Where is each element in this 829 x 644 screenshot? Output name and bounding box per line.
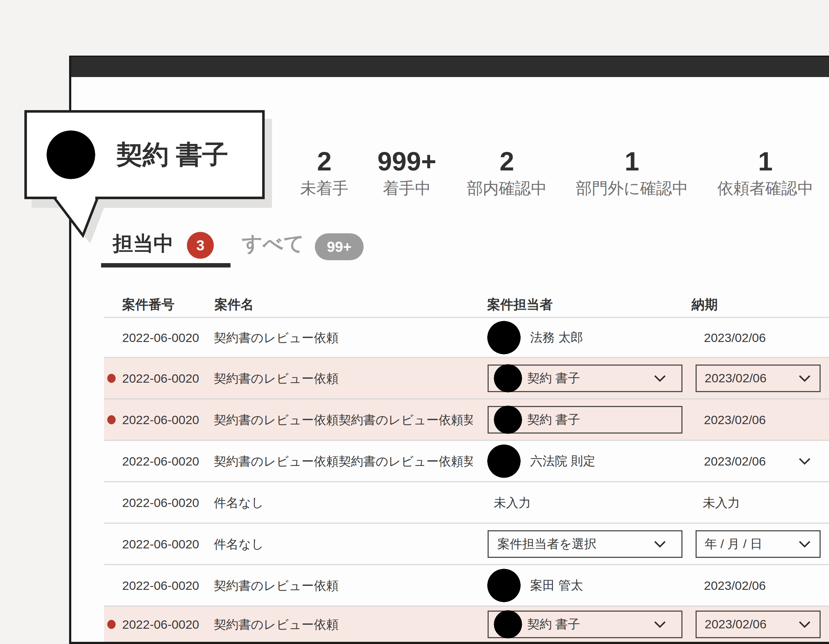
avatar <box>494 406 522 434</box>
table-row[interactable]: 2022-06-0020 契約書のレビュー依頼 法務 太郎 2023/02/06 <box>104 317 829 357</box>
table-row[interactable]: 2022-06-0020 契約書のレビュー依頼契約書のレビュー依頼契… 六法院 … <box>104 440 829 481</box>
due-date: 2023/02/06 <box>704 330 766 345</box>
avatar <box>494 364 522 392</box>
stat-label: 着手中 <box>377 180 436 196</box>
column-header-name: 案件名 <box>214 296 254 313</box>
due-date-select[interactable]: 2023/02/06 <box>695 611 821 638</box>
chevron-down-icon <box>799 540 811 548</box>
due-date-select[interactable]: 年 / 月 / 日 <box>695 530 821 558</box>
assignee-name: 契約 書子 <box>527 411 681 428</box>
case-number: 2022-06-0020 <box>122 330 199 345</box>
due-date: 2023/02/06 <box>704 453 766 468</box>
column-header-number: 案件番号 <box>122 296 175 313</box>
stat-value: 1 <box>575 148 688 175</box>
screenshot-canvas: 2 未着手 999+ 着手中 2 部内確認中 1 部門外に確認中 1 依頼者確認… <box>0 0 829 644</box>
assignee-select[interactable]: 契約 書子 <box>488 365 682 392</box>
assignee-name: 契約 書子 <box>527 370 654 387</box>
case-number: 2022-06-0020 <box>122 578 199 593</box>
table-row[interactable]: 2022-06-0020 件名なし 未入力 未入力 <box>104 481 829 523</box>
due-date: 2023/02/06 <box>704 617 799 631</box>
tab-assigned-count-badge: 3 <box>187 232 214 259</box>
case-name: 契約書のレビュー依頼 <box>214 330 339 345</box>
case-number: 2022-06-0020 <box>122 412 199 427</box>
assignee-name: 契約 書子 <box>527 616 654 633</box>
unread-dot-icon <box>107 620 116 629</box>
table-row[interactable]: 2022-06-0020 件名なし 案件担当者を選択 年 / 月 / 日 <box>104 523 829 564</box>
assignee-cell: 六法院 則定 <box>487 444 595 478</box>
stat-internal-review: 2 部内確認中 <box>467 148 547 196</box>
stat-value: 2 <box>467 148 547 175</box>
chevron-down-icon <box>799 621 811 628</box>
case-name: 件名なし <box>214 537 264 551</box>
stat-in-progress: 999+ 着手中 <box>377 148 436 196</box>
chevron-down-icon <box>654 621 666 628</box>
case-number: 2022-06-0020 <box>122 495 199 510</box>
due-date-empty: 未入力 <box>703 495 740 510</box>
user-name: 契約 書子 <box>117 137 229 172</box>
case-number: 2022-06-0020 <box>122 617 199 631</box>
column-header-assignee: 案件担当者 <box>487 296 553 313</box>
avatar <box>487 569 521 602</box>
due-date: 2023/02/06 <box>704 578 766 593</box>
case-name: 契約書のレビュー依頼 <box>214 371 339 386</box>
unread-dot-icon <box>107 373 116 383</box>
table-row[interactable]: 2022-06-0020 契約書のレビュー依頼 案田 管太 2023/02/06 <box>104 564 829 605</box>
avatar <box>494 610 522 639</box>
table-row[interactable]: 2022-06-0020 契約書のレビュー依頼 契約 書子 2023/02/06 <box>104 357 829 398</box>
chevron-down-icon[interactable] <box>799 458 811 465</box>
due-date: 2023/02/06 <box>704 412 766 427</box>
table-row[interactable]: 2022-06-0020 契約書のレビュー依頼契約書のレビュー依頼契… 契約 書… <box>104 398 829 440</box>
case-name: 契約書のレビュー依頼 <box>214 617 339 631</box>
case-name: 契約書のレビュー依頼 <box>214 578 339 593</box>
chevron-down-icon <box>654 540 666 548</box>
case-name: 契約書のレビュー依頼契約書のレビュー依頼契… <box>214 412 473 427</box>
assignee-name: 法務 太郎 <box>530 330 583 345</box>
due-date-placeholder: 年 / 月 / 日 <box>704 536 799 553</box>
assignee-select[interactable]: 契約 書子 <box>488 611 682 638</box>
tab-all[interactable]: すべて <box>242 233 304 254</box>
due-date-select[interactable]: 2023/02/06 <box>695 365 821 392</box>
speech-bubble-tail <box>47 195 120 250</box>
avatar <box>47 131 95 179</box>
assignee-name: 六法院 則定 <box>530 453 595 468</box>
window-title-bar <box>71 56 829 77</box>
stat-value: 1 <box>717 148 813 175</box>
assignee-empty: 未入力 <box>494 495 531 510</box>
assignee-cell: 法務 太郎 <box>487 321 583 354</box>
assignee-cell: 案田 管太 <box>487 569 583 602</box>
user-speech-bubble: 契約 書子 <box>24 110 265 199</box>
stat-label: 部門外に確認中 <box>575 180 688 196</box>
avatar <box>487 321 521 354</box>
active-tab-underline <box>101 263 230 268</box>
assignee-select[interactable]: 契約 書子 <box>488 406 682 434</box>
stat-requester-review: 1 依頼者確認中 <box>717 148 813 196</box>
stat-label: 未着手 <box>300 180 348 196</box>
stat-value: 999+ <box>377 148 436 175</box>
case-name: 契約書のレビュー依頼契約書のレビュー依頼契… <box>214 453 473 468</box>
case-number: 2022-06-0020 <box>122 453 199 468</box>
column-header-due: 納期 <box>692 296 718 313</box>
stat-value: 2 <box>300 148 348 175</box>
tab-assigned[interactable]: 担当中 <box>113 233 174 254</box>
unread-dot-icon <box>107 415 116 424</box>
stat-external-review: 1 部門外に確認中 <box>575 148 688 196</box>
chevron-down-icon <box>654 375 666 382</box>
avatar <box>487 444 521 478</box>
case-name: 件名なし <box>214 495 264 510</box>
assignee-placeholder: 案件担当者を選択 <box>497 536 654 553</box>
table-row[interactable]: 2022-06-0020 契約書のレビュー依頼 契約 書子 2023/02/06 <box>104 605 829 642</box>
assignee-select[interactable]: 案件担当者を選択 <box>488 530 682 558</box>
chevron-down-icon <box>799 375 811 382</box>
tab-all-count-badge: 99+ <box>315 233 364 260</box>
assignee-name: 案田 管太 <box>530 578 583 593</box>
stat-label: 部内確認中 <box>467 180 547 196</box>
case-number: 2022-06-0020 <box>122 537 199 551</box>
due-date: 2023/02/06 <box>704 371 799 385</box>
stat-not-started: 2 未着手 <box>300 148 348 196</box>
case-number: 2022-06-0020 <box>122 371 199 386</box>
stat-label: 依頼者確認中 <box>717 180 813 196</box>
